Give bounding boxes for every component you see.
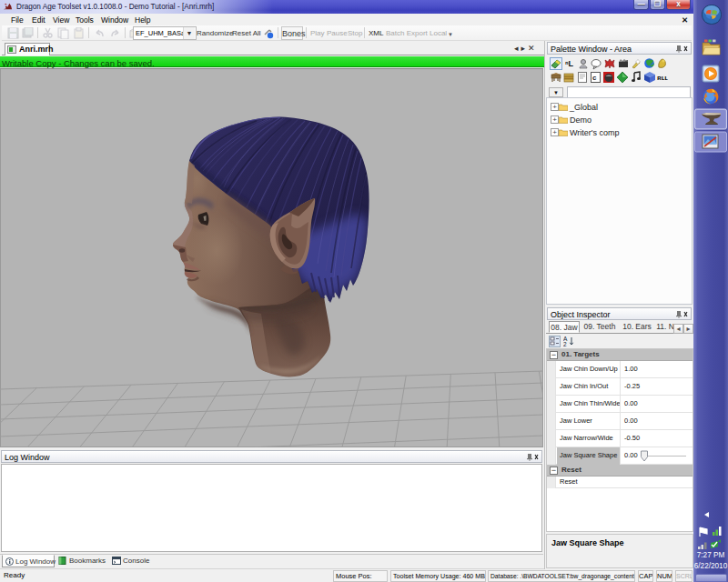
svg-text:2: 2 bbox=[563, 341, 567, 347]
svg-text:c: c bbox=[592, 74, 597, 82]
svg-text:ⁿL: ⁿL bbox=[565, 59, 574, 68]
svg-text:ʀʟʟ: ʀʟʟ bbox=[657, 74, 668, 82]
